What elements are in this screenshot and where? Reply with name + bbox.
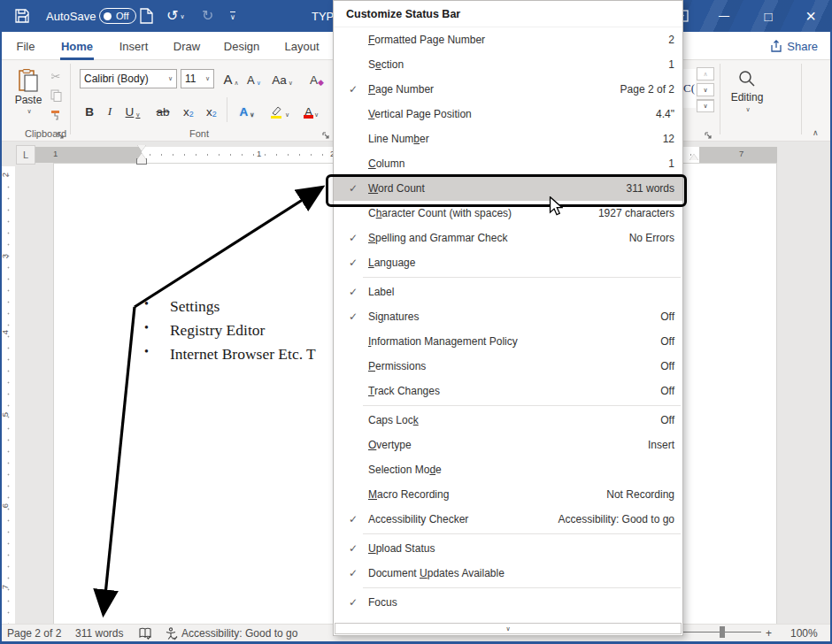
tab-design[interactable]: Design — [222, 32, 261, 60]
menu-item-selection-mode[interactable]: Selection Mode — [334, 457, 682, 482]
cut-icon[interactable]: ✂ — [46, 67, 65, 85]
menu-item-value: 1 — [668, 58, 674, 71]
change-case-button[interactable]: Aa∨ — [269, 67, 296, 88]
paste-button[interactable]: Paste ∨ — [11, 65, 46, 124]
strikethrough-button[interactable]: ab — [152, 99, 173, 120]
highlight-button[interactable]: ∨ — [266, 99, 294, 120]
menu-item-word-count[interactable]: ✓Word Count311 words — [334, 176, 682, 201]
styles-dialog-launcher[interactable] — [705, 128, 714, 138]
font-size-combo[interactable]: 11∨ — [181, 69, 214, 88]
menu-item-information-management-policy[interactable]: Information Management PolicyOff — [334, 329, 682, 354]
menu-item-section[interactable]: Section1 — [334, 52, 682, 77]
accessibility-icon — [165, 627, 178, 640]
font-dialog-launcher[interactable] — [322, 128, 332, 138]
accessibility-indicator[interactable]: Accessibility: Good to go — [165, 625, 297, 642]
zoom-slider-track[interactable] — [673, 632, 761, 632]
autosave-toggle[interactable]: Off — [99, 0, 136, 32]
menu-item-language[interactable]: ✓Language — [334, 250, 682, 275]
check-icon: ✓ — [349, 286, 358, 298]
check-icon: ✓ — [349, 596, 358, 609]
font-group-label: Font — [189, 128, 209, 139]
menu-item-overtype[interactable]: OvertypeInsert — [334, 433, 682, 457]
menu-item-label: Label — [368, 286, 394, 298]
tab-insert[interactable]: Insert — [116, 32, 151, 60]
maximize-button[interactable]: □ — [749, 0, 788, 32]
menu-item-accessibility-checker[interactable]: ✓Accessibility CheckerAccessibility: Goo… — [334, 507, 682, 532]
word-count-indicator[interactable]: 311 words — [75, 625, 123, 642]
zoom-in-button[interactable]: + — [766, 625, 772, 642]
menu-item-value: 4.4" — [656, 108, 674, 120]
font-color-button[interactable]: A ∨ — [297, 99, 326, 120]
share-label: Share — [787, 40, 818, 53]
menu-item-value: 311 words — [627, 182, 674, 195]
menu-item-caps-lock[interactable]: Caps LockOff — [334, 408, 682, 433]
accessibility-label: Accessibility: Good to go — [181, 627, 297, 640]
editing-label: Editing — [731, 91, 764, 104]
font-name-value: Calibri (Body) — [84, 73, 149, 85]
tab-file[interactable]: File — [13, 32, 38, 60]
menu-item-line-number[interactable]: Line Number12 — [334, 126, 682, 151]
menu-item-character-count-with-spaces-[interactable]: Character Count (with spaces)1927 charac… — [334, 201, 682, 226]
menu-item-vertical-page-position[interactable]: Vertical Page Position4.4" — [334, 102, 682, 126]
menu-item-page-number[interactable]: ✓Page NumberPage 2 of 2 — [334, 77, 682, 102]
ruler-number: 7 — [739, 149, 743, 158]
menu-item-focus[interactable]: ✓Focus — [334, 590, 682, 615]
menu-item-signatures[interactable]: ✓SignaturesOff — [334, 304, 682, 329]
text-effects-button[interactable]: A∨ — [234, 99, 260, 120]
proofing-icon[interactable] — [139, 625, 152, 642]
check-icon: ✓ — [349, 182, 358, 195]
shrink-font-button[interactable]: A∨ — [244, 67, 264, 88]
grow-font-button[interactable]: A∧ — [221, 67, 241, 88]
menu-item-track-changes[interactable]: Track ChangesOff — [334, 379, 682, 403]
save-icon[interactable] — [14, 0, 30, 32]
bold-button[interactable]: B — [81, 99, 97, 120]
share-icon — [770, 40, 782, 52]
clipboard-dialog-launcher[interactable] — [57, 128, 66, 138]
menu-item-document-updates-available[interactable]: ✓Document Updates Available — [334, 561, 682, 586]
clear-formatting-button[interactable]: A◆ — [306, 67, 327, 88]
menu-item-spelling-and-grammar-check[interactable]: ✓Spelling and Grammar CheckNo Errors — [334, 226, 682, 250]
redo-button[interactable]: ↻ — [202, 0, 213, 32]
indent-marker[interactable] — [137, 145, 146, 164]
tab-layout[interactable]: Layout — [282, 32, 321, 60]
underline-button[interactable]: U∨ — [120, 99, 145, 120]
menu-item-macro-recording[interactable]: Macro RecordingNot Recording — [334, 482, 682, 507]
share-button[interactable]: Share — [770, 35, 818, 57]
close-button[interactable]: × — [791, 0, 830, 32]
undo-button[interactable]: ↺∨ — [166, 0, 185, 32]
menu-item-column[interactable]: Column1 — [334, 151, 682, 176]
font-name-combo[interactable]: Calibri (Body)∨ — [80, 69, 177, 88]
collapse-ribbon-button[interactable]: ∧ — [813, 128, 819, 137]
right-indent-marker[interactable] — [689, 154, 698, 160]
tab-selector[interactable]: L — [16, 145, 35, 165]
styles-scroll-up[interactable]: ∧ — [697, 67, 714, 80]
styles-gallery-fragment: C( — [683, 69, 696, 108]
quick-access-chevron[interactable]: ∨ — [230, 0, 235, 32]
menu-item-label[interactable]: ✓Label — [334, 280, 682, 304]
toggle-knob — [104, 12, 112, 20]
editing-dropdown[interactable]: Editing ∨ — [724, 65, 770, 127]
zoom-slider-handle[interactable] — [720, 626, 725, 638]
menu-item-formatted-page-number[interactable]: Formatted Page Number2 — [334, 27, 682, 52]
ruler-number: 1 — [257, 149, 261, 158]
styles-gallery-more[interactable]: ∨ — [697, 99, 714, 112]
minimize-button[interactable]: — — [705, 0, 743, 32]
new-document-icon[interactable] — [140, 0, 153, 32]
format-painter-icon[interactable] — [46, 106, 65, 124]
tab-home[interactable]: Home — [58, 32, 96, 60]
document-bullet-line: •Registry Editor — [144, 321, 265, 340]
menu-item-upload-status[interactable]: ✓Upload Status — [334, 536, 682, 561]
subscript-button[interactable]: x2 — [179, 99, 198, 120]
styles-scroll-down[interactable]: ∨ — [697, 83, 714, 96]
italic-button[interactable]: I — [103, 99, 117, 120]
copy-icon[interactable] — [46, 87, 65, 104]
tab-draw[interactable]: Draw — [171, 32, 203, 60]
clipboard-icon — [19, 69, 38, 92]
menu-item-permissions[interactable]: PermissionsOff — [334, 354, 682, 379]
menu-scroll-down[interactable]: ∨ — [335, 623, 682, 634]
menu-item-value: Page 2 of 2 — [620, 83, 674, 96]
superscript-button[interactable]: x2 — [202, 99, 221, 120]
zoom-level[interactable]: 100% — [790, 625, 818, 642]
page-indicator[interactable]: Page 2 of 2 — [7, 625, 61, 642]
vertical-ruler[interactable]: 234567 — [2, 166, 15, 624]
